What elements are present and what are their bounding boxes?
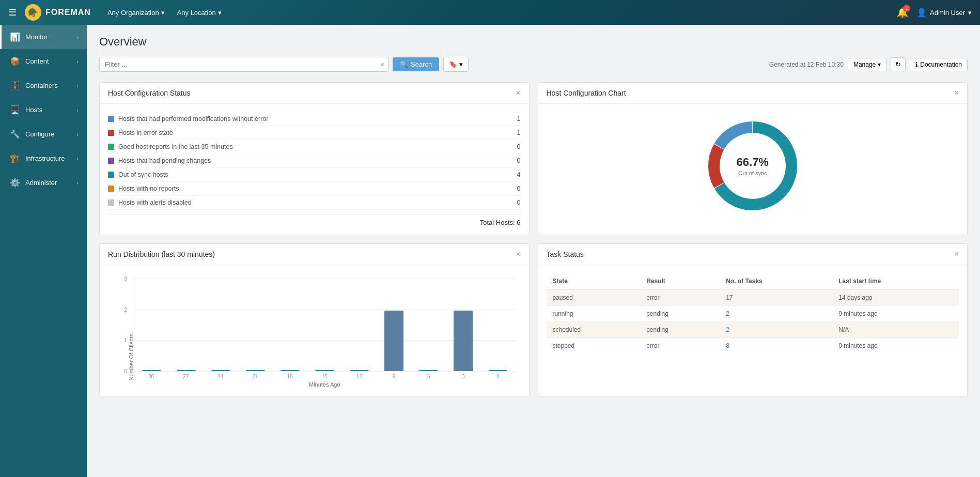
chevron-down-icon: ▾ bbox=[878, 61, 881, 68]
last-start-cell: 9 minutes ago bbox=[832, 338, 959, 354]
status-row: Hosts with alerts disabled 0 bbox=[108, 196, 521, 210]
bar-column bbox=[204, 370, 238, 371]
sidebar-item-hosts[interactable]: 🖥️ Hosts › bbox=[0, 98, 87, 122]
bar-column bbox=[411, 370, 446, 371]
user-menu[interactable]: 👤 Admin User ▾ bbox=[916, 8, 972, 18]
bar-column bbox=[342, 370, 377, 371]
panel-title: Host Configuration Status bbox=[108, 89, 191, 97]
tasks-cell[interactable]: 8 bbox=[720, 338, 832, 354]
x-axis-label: 15 bbox=[307, 374, 342, 379]
close-icon[interactable]: × bbox=[954, 89, 959, 97]
table-row: paused error 17 14 days ago bbox=[547, 289, 959, 306]
chevron-right-icon: › bbox=[76, 107, 79, 113]
state-cell: stopped bbox=[547, 338, 641, 354]
status-count: 1 bbox=[510, 115, 521, 122]
x-axis-label: 18 bbox=[273, 374, 307, 379]
status-row: Hosts that had pending changes 0 bbox=[108, 154, 521, 168]
org-location-selects: Any Organization ▾ Any Location ▾ bbox=[103, 7, 226, 19]
sidebar-item-label: Administer bbox=[25, 179, 71, 187]
status-color-indicator bbox=[108, 186, 114, 192]
location-select[interactable]: Any Location ▾ bbox=[173, 7, 226, 19]
task-status-panel: Task Status × StateResultNo. of TasksLas… bbox=[538, 243, 968, 396]
refresh-button[interactable]: ↻ bbox=[891, 57, 906, 71]
status-color-indicator bbox=[108, 144, 114, 150]
panel-body: 66.7% Out of sync bbox=[538, 104, 968, 228]
table-row: stopped error 8 9 minutes ago bbox=[547, 338, 959, 354]
bar-column bbox=[238, 370, 273, 371]
x-labels: 302724211815129630 bbox=[134, 374, 516, 379]
filter-bar: × 🔍 Search 🔖 ▾ Generated at 12 Feb 10:30… bbox=[99, 57, 968, 72]
chevron-down-icon: ▾ bbox=[161, 9, 165, 17]
panel-header: Host Configuration Status × bbox=[100, 83, 529, 104]
page-title: Overview bbox=[99, 35, 968, 49]
sidebar-item-monitor[interactable]: 📊 Monitor › bbox=[0, 25, 87, 49]
tasks-cell[interactable]: 2 bbox=[720, 306, 832, 322]
sidebar-item-configure[interactable]: 🔧 Configure › bbox=[0, 122, 87, 146]
chevron-right-icon: › bbox=[76, 156, 79, 162]
manage-button[interactable]: Manage ▾ bbox=[848, 58, 886, 71]
y-gridline bbox=[134, 310, 516, 310]
filter-right: Generated at 12 Feb 10:30 Manage ▾ ↻ ℹ D… bbox=[769, 57, 968, 71]
bar-column bbox=[273, 370, 307, 371]
y-gridline bbox=[134, 371, 516, 372]
bar bbox=[142, 370, 161, 371]
status-color-indicator bbox=[108, 116, 114, 122]
bar bbox=[211, 370, 230, 371]
bar-column bbox=[480, 370, 515, 371]
organization-select[interactable]: Any Organization ▾ bbox=[103, 7, 169, 19]
sidebar-item-content[interactable]: 📦 Content › bbox=[0, 49, 87, 73]
hamburger-menu[interactable]: ☰ bbox=[8, 7, 17, 18]
status-count: 0 bbox=[510, 143, 521, 150]
bar bbox=[350, 370, 369, 371]
dashboard-grid: Host Configuration Status × Hosts that h… bbox=[99, 82, 968, 396]
search-button[interactable]: 🔍 Search bbox=[393, 57, 439, 71]
bar-column bbox=[134, 370, 169, 371]
table-header: State bbox=[547, 273, 641, 289]
x-axis-label: 24 bbox=[203, 374, 238, 379]
x-axis-label: 12 bbox=[342, 374, 377, 379]
hosts-icon: 🖥️ bbox=[10, 105, 20, 115]
sidebar-item-administer[interactable]: ⚙️ Administer › bbox=[0, 171, 87, 195]
status-row: Out of sync hosts 4 bbox=[108, 168, 521, 182]
documentation-button[interactable]: ℹ Documentation bbox=[910, 58, 968, 71]
status-row: Hosts that had performed modifications w… bbox=[108, 112, 521, 126]
status-color-indicator bbox=[108, 172, 114, 178]
bar-column bbox=[377, 311, 411, 371]
notifications-bell[interactable]: 🔔 1 bbox=[897, 7, 908, 18]
tasks-cell[interactable]: 17 bbox=[720, 289, 832, 306]
topnav-right: 🔔 1 👤 Admin User ▾ bbox=[897, 7, 972, 18]
donut-segment bbox=[714, 147, 719, 185]
sidebar-item-containers[interactable]: 🗄️ Containers › bbox=[0, 73, 87, 98]
tasks-cell[interactable]: 2 bbox=[720, 322, 832, 338]
close-icon[interactable]: × bbox=[954, 250, 959, 258]
last-start-cell: 14 days ago bbox=[832, 289, 959, 306]
sidebar-item-infrastructure[interactable]: 🏗️ Infrastructure › bbox=[0, 146, 87, 171]
result-cell: error bbox=[640, 289, 720, 306]
status-color-indicator bbox=[108, 158, 114, 164]
host-config-chart-panel: Host Configuration Chart × 66.7% Out of … bbox=[538, 82, 968, 235]
infrastructure-icon: 🏗️ bbox=[10, 153, 20, 163]
clear-filter-icon[interactable]: × bbox=[380, 60, 384, 69]
sidebar-item-label: Configure bbox=[25, 130, 71, 138]
chevron-right-icon: › bbox=[76, 180, 79, 186]
bookmark-button[interactable]: 🔖 ▾ bbox=[443, 57, 469, 72]
donut-percentage: 66.7% bbox=[737, 156, 769, 169]
close-icon[interactable]: × bbox=[516, 89, 520, 97]
main-layout: 📊 Monitor › 📦 Content › 🗄️ Containers › … bbox=[0, 25, 980, 477]
bar bbox=[419, 370, 438, 371]
chevron-down-icon: ▾ bbox=[218, 9, 222, 17]
filter-input[interactable] bbox=[99, 57, 388, 72]
status-count: 1 bbox=[510, 129, 521, 136]
state-cell: scheduled bbox=[547, 322, 641, 338]
table-header: No. of Tasks bbox=[720, 273, 832, 289]
filter-input-wrap: × bbox=[99, 57, 388, 72]
monitor-icon: 📊 bbox=[10, 32, 20, 42]
user-icon: 👤 bbox=[916, 8, 927, 18]
panel-body: Number Of Clients 0123 30272421181512963… bbox=[100, 265, 529, 396]
app-logo: 🪖 FOREMAN bbox=[25, 4, 91, 21]
bar-column bbox=[169, 370, 204, 371]
close-icon[interactable]: × bbox=[516, 250, 520, 258]
chevron-right-icon: › bbox=[76, 58, 79, 65]
status-label: Hosts with alerts disabled bbox=[118, 199, 506, 206]
bar-chart: 0123 bbox=[134, 279, 516, 372]
